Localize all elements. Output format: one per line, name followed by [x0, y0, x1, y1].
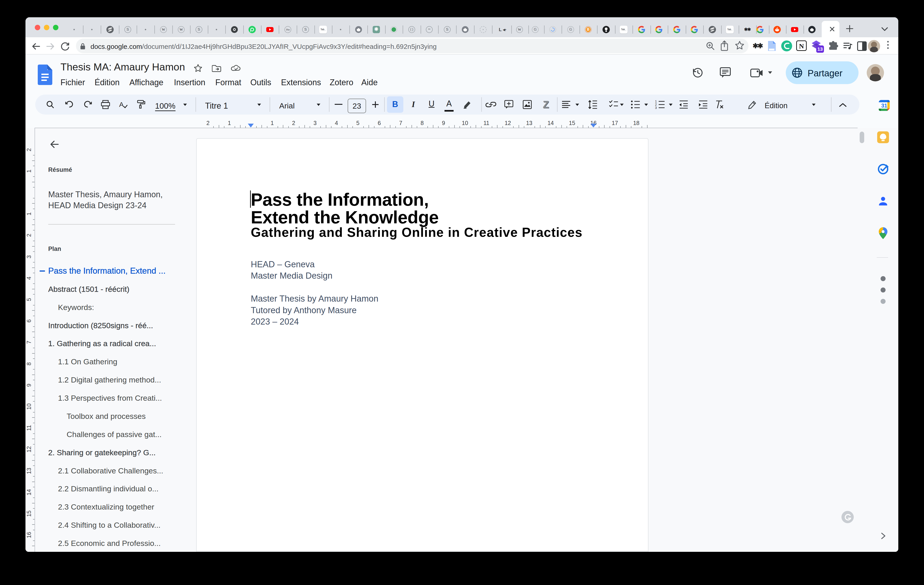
svg-text:3: 3 — [655, 106, 657, 110]
svg-text:31: 31 — [881, 102, 888, 109]
svg-text:A: A — [119, 101, 124, 108]
